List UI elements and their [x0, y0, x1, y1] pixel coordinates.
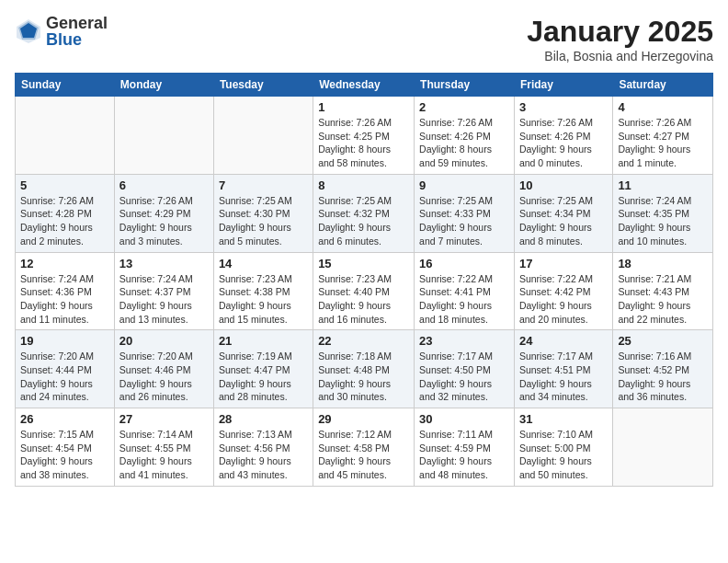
logo-general-text: General	[46, 15, 108, 31]
day-number: 5	[20, 178, 109, 192]
weekday-header-thursday: Thursday	[415, 74, 515, 97]
calendar-cell: 13Sunrise: 7:24 AM Sunset: 4:37 PM Dayli…	[114, 252, 213, 330]
day-info: Sunrise: 7:25 AM Sunset: 4:33 PM Dayligh…	[419, 194, 509, 248]
day-info: Sunrise: 7:26 AM Sunset: 4:27 PM Dayligh…	[618, 116, 708, 170]
weekday-header-monday: Monday	[114, 74, 213, 97]
calendar-cell: 25Sunrise: 7:16 AM Sunset: 4:52 PM Dayli…	[613, 330, 713, 408]
day-info: Sunrise: 7:25 AM Sunset: 4:30 PM Dayligh…	[219, 194, 308, 248]
calendar-cell: 2Sunrise: 7:26 AM Sunset: 4:26 PM Daylig…	[415, 97, 515, 175]
day-number: 22	[318, 334, 409, 348]
day-number: 7	[219, 178, 308, 192]
weekday-header-friday: Friday	[514, 74, 612, 97]
calendar-cell: 11Sunrise: 7:24 AM Sunset: 4:35 PM Dayli…	[613, 174, 713, 252]
day-info: Sunrise: 7:19 AM Sunset: 4:47 PM Dayligh…	[219, 350, 308, 404]
calendar-cell: 29Sunrise: 7:12 AM Sunset: 4:58 PM Dayli…	[313, 408, 415, 487]
day-number: 24	[519, 334, 608, 348]
calendar-cell	[114, 97, 213, 175]
day-number: 12	[20, 257, 109, 270]
calendar-cell: 31Sunrise: 7:10 AM Sunset: 5:00 PM Dayli…	[514, 408, 612, 487]
calendar-cell: 3Sunrise: 7:26 AM Sunset: 4:26 PM Daylig…	[514, 97, 612, 175]
calendar-cell: 1Sunrise: 7:26 AM Sunset: 4:25 PM Daylig…	[313, 97, 415, 175]
day-info: Sunrise: 7:12 AM Sunset: 4:58 PM Dayligh…	[318, 428, 409, 482]
week-row-1: 1Sunrise: 7:26 AM Sunset: 4:25 PM Daylig…	[16, 97, 713, 175]
day-number: 30	[419, 412, 509, 426]
day-number: 3	[519, 100, 608, 114]
calendar-cell: 15Sunrise: 7:23 AM Sunset: 4:40 PM Dayli…	[313, 252, 415, 330]
day-number: 14	[219, 257, 308, 270]
calendar-cell: 30Sunrise: 7:11 AM Sunset: 4:59 PM Dayli…	[415, 408, 515, 487]
day-number: 27	[119, 412, 209, 426]
weekday-header-sunday: Sunday	[16, 74, 115, 97]
calendar-cell: 28Sunrise: 7:13 AM Sunset: 4:56 PM Dayli…	[213, 408, 313, 487]
page-header: General Blue January 2025 Bila, Bosnia a…	[15, 15, 713, 63]
weekday-header-tuesday: Tuesday	[213, 74, 313, 97]
calendar-cell: 24Sunrise: 7:17 AM Sunset: 4:51 PM Dayli…	[514, 330, 612, 408]
weekday-header-saturday: Saturday	[613, 74, 713, 97]
day-info: Sunrise: 7:16 AM Sunset: 4:52 PM Dayligh…	[618, 350, 708, 404]
calendar-cell: 18Sunrise: 7:21 AM Sunset: 4:43 PM Dayli…	[613, 252, 713, 330]
day-number: 2	[419, 100, 509, 114]
calendar-cell	[613, 408, 713, 487]
day-info: Sunrise: 7:17 AM Sunset: 4:50 PM Dayligh…	[419, 350, 509, 404]
week-row-5: 26Sunrise: 7:15 AM Sunset: 4:54 PM Dayli…	[16, 408, 713, 487]
day-number: 11	[618, 178, 708, 192]
day-number: 1	[318, 100, 409, 114]
calendar-cell: 19Sunrise: 7:20 AM Sunset: 4:44 PM Dayli…	[16, 330, 115, 408]
day-info: Sunrise: 7:26 AM Sunset: 4:29 PM Dayligh…	[119, 194, 209, 248]
week-row-4: 19Sunrise: 7:20 AM Sunset: 4:44 PM Dayli…	[16, 330, 713, 408]
calendar-cell: 10Sunrise: 7:25 AM Sunset: 4:34 PM Dayli…	[514, 174, 612, 252]
day-number: 13	[119, 257, 209, 270]
day-info: Sunrise: 7:25 AM Sunset: 4:32 PM Dayligh…	[318, 194, 409, 248]
day-info: Sunrise: 7:22 AM Sunset: 4:41 PM Dayligh…	[419, 272, 509, 327]
day-number: 18	[618, 257, 708, 270]
calendar-cell: 7Sunrise: 7:25 AM Sunset: 4:30 PM Daylig…	[213, 174, 313, 252]
calendar-cell	[213, 97, 313, 175]
day-info: Sunrise: 7:18 AM Sunset: 4:48 PM Dayligh…	[318, 350, 409, 404]
logo-blue-text: Blue	[46, 31, 108, 48]
week-row-2: 5Sunrise: 7:26 AM Sunset: 4:28 PM Daylig…	[16, 174, 713, 252]
weekday-header-wednesday: Wednesday	[313, 74, 415, 97]
day-info: Sunrise: 7:24 AM Sunset: 4:37 PM Dayligh…	[119, 272, 209, 327]
day-info: Sunrise: 7:17 AM Sunset: 4:51 PM Dayligh…	[519, 350, 608, 404]
calendar-cell: 8Sunrise: 7:25 AM Sunset: 4:32 PM Daylig…	[313, 174, 415, 252]
day-number: 8	[318, 178, 409, 192]
day-info: Sunrise: 7:24 AM Sunset: 4:36 PM Dayligh…	[20, 272, 109, 327]
location-text: Bila, Bosnia and Herzegovina	[527, 49, 713, 63]
calendar-cell: 26Sunrise: 7:15 AM Sunset: 4:54 PM Dayli…	[16, 408, 115, 487]
day-number: 26	[20, 412, 109, 426]
calendar-table: SundayMondayTuesdayWednesdayThursdayFrid…	[15, 73, 713, 487]
day-number: 28	[219, 412, 308, 426]
calendar-cell: 6Sunrise: 7:26 AM Sunset: 4:29 PM Daylig…	[114, 174, 213, 252]
calendar-cell	[16, 97, 115, 175]
day-number: 4	[618, 100, 708, 114]
day-number: 19	[20, 334, 109, 348]
day-info: Sunrise: 7:20 AM Sunset: 4:46 PM Dayligh…	[119, 350, 209, 404]
day-info: Sunrise: 7:26 AM Sunset: 4:26 PM Dayligh…	[419, 116, 509, 170]
title-block: January 2025 Bila, Bosnia and Herzegovin…	[527, 15, 713, 63]
day-number: 20	[119, 334, 209, 348]
calendar-cell: 17Sunrise: 7:22 AM Sunset: 4:42 PM Dayli…	[514, 252, 612, 330]
day-info: Sunrise: 7:26 AM Sunset: 4:26 PM Dayligh…	[519, 116, 608, 170]
day-number: 21	[219, 334, 308, 348]
day-info: Sunrise: 7:26 AM Sunset: 4:25 PM Dayligh…	[318, 116, 409, 170]
logo-icon	[15, 17, 42, 45]
calendar-cell: 23Sunrise: 7:17 AM Sunset: 4:50 PM Dayli…	[415, 330, 515, 408]
day-info: Sunrise: 7:25 AM Sunset: 4:34 PM Dayligh…	[519, 194, 608, 248]
day-info: Sunrise: 7:24 AM Sunset: 4:35 PM Dayligh…	[618, 194, 708, 248]
calendar-cell: 21Sunrise: 7:19 AM Sunset: 4:47 PM Dayli…	[213, 330, 313, 408]
day-number: 23	[419, 334, 509, 348]
logo-text: General Blue	[46, 15, 108, 48]
day-number: 25	[618, 334, 708, 348]
calendar-cell: 22Sunrise: 7:18 AM Sunset: 4:48 PM Dayli…	[313, 330, 415, 408]
day-info: Sunrise: 7:23 AM Sunset: 4:40 PM Dayligh…	[318, 272, 409, 327]
day-info: Sunrise: 7:20 AM Sunset: 4:44 PM Dayligh…	[20, 350, 109, 404]
day-number: 29	[318, 412, 409, 426]
week-row-3: 12Sunrise: 7:24 AM Sunset: 4:36 PM Dayli…	[16, 252, 713, 330]
calendar-cell: 9Sunrise: 7:25 AM Sunset: 4:33 PM Daylig…	[415, 174, 515, 252]
day-info: Sunrise: 7:22 AM Sunset: 4:42 PM Dayligh…	[519, 272, 608, 327]
day-info: Sunrise: 7:13 AM Sunset: 4:56 PM Dayligh…	[219, 428, 308, 482]
day-info: Sunrise: 7:10 AM Sunset: 5:00 PM Dayligh…	[519, 428, 608, 482]
calendar-cell: 12Sunrise: 7:24 AM Sunset: 4:36 PM Dayli…	[16, 252, 115, 330]
logo: General Blue	[15, 15, 108, 48]
month-title: January 2025	[527, 15, 713, 49]
